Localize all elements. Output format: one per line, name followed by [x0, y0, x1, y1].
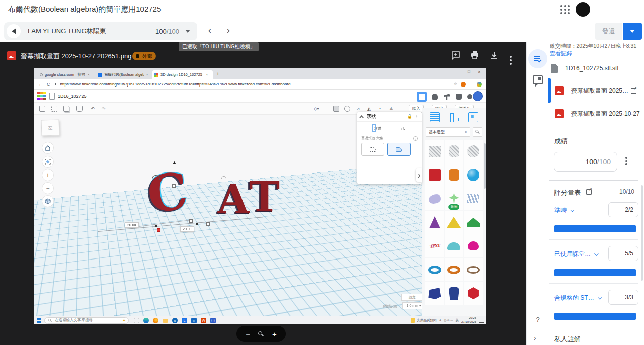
close-tab-icon[interactable]: ×: [206, 72, 208, 77]
shape-swatch[interactable]: [464, 258, 483, 281]
start-button[interactable]: [37, 318, 41, 323]
help-icon[interactable]: ?: [413, 136, 418, 141]
shape-swatch[interactable]: [445, 234, 464, 257]
shape-swatch[interactable]: [464, 211, 483, 234]
rotate-handle-icon[interactable]: [221, 176, 226, 179]
shape-swatch[interactable]: [464, 234, 483, 257]
task-view-icon[interactable]: [134, 318, 139, 323]
taskbar-clock[interactable]: 20:2627/10/2025: [461, 316, 476, 324]
mind-mode-icon[interactable]: [430, 92, 440, 102]
new-tab-button[interactable]: +: [216, 71, 219, 77]
edit-grid-button[interactable]: 設定: [401, 294, 423, 301]
chevron-down-icon[interactable]: [185, 30, 190, 33]
file-row-selected[interactable]: 螢幕擷取畫面 2025…: [549, 78, 642, 103]
ruler-icon[interactable]: [449, 112, 459, 122]
file-row[interactable]: 1D16_102725.stl.stl: [549, 61, 642, 75]
ungroup-icon[interactable]: [344, 106, 350, 112]
grade-options-icon[interactable]: [625, 157, 627, 167]
return-button[interactable]: 發還: [595, 23, 622, 40]
shape-swatch[interactable]: [425, 211, 444, 234]
workplane-icon[interactable]: [430, 112, 440, 122]
add-comment-icon[interactable]: [451, 51, 461, 61]
paste-icon[interactable]: [51, 106, 57, 112]
view-cube[interactable]: 左: [41, 119, 59, 136]
criterion-score-input[interactable]: 2/2: [608, 202, 638, 217]
shape-swatch[interactable]: [445, 282, 464, 305]
home-view-button[interactable]: [42, 142, 54, 154]
open-rubric-icon[interactable]: [586, 189, 592, 195]
collapse-sidebar-icon[interactable]: ›: [534, 334, 536, 342]
teams-icon[interactable]: ⓘ: [210, 318, 216, 323]
tinkercad-logo[interactable]: [37, 92, 46, 101]
design-properties-icon[interactable]: [49, 93, 55, 100]
rubric-criterion[interactable]: 已使用課堂…: [554, 250, 597, 258]
store-icon[interactable]: ⌂: [191, 318, 197, 323]
student-selector[interactable]: LAM YEUNG TUNG林陽東 100/100: [4, 22, 197, 40]
file-explorer-icon[interactable]: [163, 319, 168, 323]
shape-swatch[interactable]: [464, 187, 483, 210]
file-row[interactable]: 螢幕擷取畫面 2025-10-27 …: [549, 107, 642, 121]
lightbulb-icon[interactable]: ♀: [415, 114, 418, 119]
more-options-icon[interactable]: [510, 51, 520, 61]
edge-icon[interactable]: [143, 318, 149, 323]
criterion-score-input[interactable]: 3/3: [608, 290, 638, 305]
midpoint-handle[interactable]: [155, 225, 157, 227]
browser-tab[interactable]: 布爾代數(Boolean algebra)的簡…×: [96, 70, 151, 79]
panel-scrollbar[interactable]: [484, 143, 486, 189]
copy-icon[interactable]: [39, 106, 45, 112]
browser-tab[interactable]: google classroom - 搜尋×: [37, 70, 94, 79]
blocks-mode-button[interactable]: [417, 92, 427, 102]
shape-swatch[interactable]: [464, 163, 483, 187]
shape-swatch[interactable]: [425, 140, 444, 163]
notes-icon[interactable]: [468, 112, 478, 122]
input-language[interactable]: 英: [455, 318, 459, 323]
shape-search-button[interactable]: [473, 127, 482, 137]
undo-icon[interactable]: ↶: [91, 106, 95, 111]
back-button[interactable]: [7, 24, 21, 38]
browser-urlbar[interactable]: ← C https://www.tinkercad.com/things/1w7…: [34, 79, 486, 90]
close-tab-icon[interactable]: ×: [87, 72, 90, 77]
shape-swatch[interactable]: [425, 282, 444, 305]
criterion-score-input[interactable]: 5/5: [608, 246, 638, 261]
group-option-button[interactable]: [361, 143, 384, 156]
tray-expand-icon[interactable]: ∧: [439, 318, 442, 322]
midpoint-handle[interactable]: [196, 223, 198, 225]
sidebar-scrollbar[interactable]: [641, 185, 643, 281]
rubric-criterion[interactable]: 準時: [554, 206, 573, 215]
notification-center-icon[interactable]: [479, 318, 484, 323]
workplane-icon[interactable]: ⬦▾: [314, 106, 319, 112]
scale-handle-active[interactable]: [157, 228, 160, 232]
download-icon[interactable]: [490, 51, 500, 61]
tray-icons[interactable]: ⎙ ⊡ ⌯: [444, 318, 453, 322]
open-in-new-icon[interactable]: [631, 88, 636, 94]
return-dropdown-button[interactable]: [623, 23, 642, 40]
browser-menu-icon[interactable]: ⋯: [469, 82, 473, 87]
window-minimize[interactable]: —: [458, 69, 462, 74]
shape-category-select[interactable]: 基本造型⇕: [426, 127, 470, 137]
group-icon[interactable]: [333, 106, 339, 112]
w-app-icon[interactable]: W: [201, 318, 206, 323]
shape-swatch[interactable]: [425, 163, 444, 187]
browser-tab-active[interactable]: 3D design 1D16_102725 - Tinker…×: [152, 70, 213, 79]
tinkercad-avatar[interactable]: [473, 91, 483, 101]
apps-grid-icon[interactable]: [560, 5, 570, 14]
taskbar-search[interactable]: 在這裡輸入文字來搜尋 ✦: [44, 317, 129, 324]
shape-swatch[interactable]: 新增!: [445, 187, 464, 210]
dimension-label[interactable]: 20.00: [180, 226, 194, 232]
shape-swatch[interactable]: [464, 282, 483, 305]
window-maximize[interactable]: □: [468, 69, 470, 74]
help-icon[interactable]: ?: [533, 315, 543, 325]
bookmark-star-icon[interactable]: ☆: [454, 82, 457, 87]
zoom-out-button[interactable]: −: [246, 330, 250, 338]
status-doc-icon[interactable]: [411, 318, 415, 323]
view-history-link[interactable]: 查看記錄: [550, 50, 572, 57]
zoom-reset-button[interactable]: [258, 331, 264, 337]
rotate-handle-icon[interactable]: [152, 175, 160, 180]
comments-tab-icon[interactable]: [533, 75, 543, 84]
panel-collapse-handle[interactable]: ❯: [416, 168, 422, 182]
letter-t-solid[interactable]: T: [249, 176, 280, 217]
letter-a-solid[interactable]: A: [218, 179, 249, 219]
perspective-toggle-button[interactable]: [42, 195, 54, 207]
tools-hammer-icon[interactable]: [442, 92, 452, 102]
browser-refresh-icon[interactable]: C: [47, 82, 50, 87]
